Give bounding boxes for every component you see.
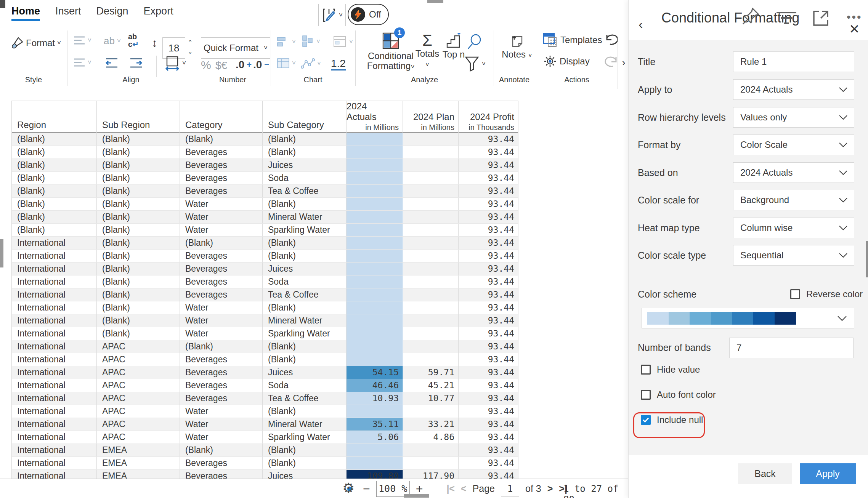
table-cell[interactable]: (Blank) [12, 172, 97, 184]
increase-decimal-button[interactable]: .0+ [236, 59, 252, 71]
live-mode-toggle[interactable]: Off [348, 4, 389, 25]
table-cell[interactable]: Mineral Water [263, 418, 347, 431]
table-cell[interactable]: Water [180, 198, 263, 210]
table-cell[interactable]: International [12, 288, 97, 301]
heatmap-cell[interactable] [347, 301, 403, 314]
hide-value-checkbox-row[interactable]: Hide value [641, 364, 700, 375]
table-cell[interactable]: 93.44 [459, 418, 518, 431]
table-cell[interactable]: Beverages [180, 185, 263, 197]
heatmap-cell[interactable] [347, 185, 403, 197]
heatmap-cell[interactable] [347, 146, 403, 159]
table-cell[interactable]: International [12, 237, 97, 249]
title-input[interactable]: Rule 1 [733, 51, 854, 72]
table-cell[interactable]: Sparkling Water [263, 224, 347, 236]
table-cell[interactable]: 93.44 [459, 146, 518, 159]
table-cell[interactable]: 93.44 [459, 392, 518, 405]
table-cell[interactable] [403, 353, 459, 366]
include-null-checkbox-row[interactable]: Include null [641, 415, 703, 425]
heatmap-cell[interactable] [347, 211, 403, 223]
table-cell[interactable]: Beverages [180, 379, 263, 392]
table-cell[interactable] [403, 314, 459, 327]
heatmap-cell[interactable]: 35.11 [347, 418, 403, 431]
table-cell[interactable] [403, 159, 459, 171]
apply-button[interactable]: Apply [800, 463, 856, 484]
color-scale-for-dropdown[interactable]: Background [733, 190, 854, 210]
filter-sort-icon[interactable] [776, 11, 797, 26]
undo-button[interactable] [603, 32, 619, 46]
table-cell[interactable]: (Blank) [263, 146, 347, 159]
table-cell[interactable]: (Blank) [263, 405, 347, 418]
table-cell[interactable]: International [12, 353, 97, 366]
column-header[interactable]: Sub Region [97, 101, 180, 135]
horizontal-scrollbar-thumb[interactable] [404, 494, 429, 498]
table-cell[interactable]: 93.44 [459, 224, 518, 236]
heatmap-cell[interactable]: 10.93 [347, 392, 403, 405]
table-cell[interactable]: International [12, 392, 97, 405]
table-cell[interactable]: (Blank) [263, 198, 347, 210]
table-cell[interactable]: Water [180, 211, 263, 223]
increase-indent-button[interactable] [130, 57, 143, 69]
table-cell[interactable]: (Blank) [97, 146, 180, 159]
table-cell[interactable] [403, 340, 459, 353]
heatmap-cell[interactable] [347, 198, 403, 210]
heatmap-cell[interactable]: 54.15 [347, 366, 403, 379]
table-cell[interactable]: International [12, 314, 97, 327]
table-cell[interactable]: International [12, 327, 97, 340]
table-cell[interactable]: 93.44 [459, 185, 518, 197]
format-by-dropdown[interactable]: Color Scale [733, 135, 854, 155]
table-cell[interactable]: 93.44 [459, 263, 518, 275]
table-cell[interactable]: 93.44 [459, 301, 518, 314]
table-cell[interactable]: (Blank) [263, 353, 347, 366]
table-cell[interactable]: Water [180, 327, 263, 340]
table-cell[interactable] [403, 288, 459, 301]
table-cell[interactable]: Tea & Coffee [263, 185, 347, 197]
table-cell[interactable]: (Blank) [97, 159, 180, 171]
number-of-bands-input[interactable]: 7 [729, 338, 854, 358]
table-cell[interactable]: (Blank) [263, 133, 347, 146]
table-cell[interactable] [403, 301, 459, 314]
table-cell[interactable]: (Blank) [180, 133, 263, 146]
text-wrap-button[interactable]: ab ˅ [104, 35, 121, 47]
table-cell[interactable]: International [12, 379, 97, 392]
heatmap-cell[interactable] [347, 444, 403, 456]
valign-button[interactable]: ˅ [73, 57, 91, 68]
heatmap-cell[interactable] [347, 288, 403, 301]
table-cell[interactable]: 93.44 [459, 288, 518, 301]
table-cell[interactable]: Water [180, 405, 263, 418]
next-page-button[interactable]: > [547, 483, 553, 494]
table-cell[interactable]: Beverages [180, 392, 263, 405]
decrease-decimal-button[interactable]: .0− [253, 59, 269, 71]
table-cell[interactable] [403, 327, 459, 340]
auto-font-color-checkbox-row[interactable]: Auto font color [641, 389, 716, 400]
display-button[interactable]: Display [543, 54, 590, 69]
table-cell[interactable]: APAC [97, 392, 180, 405]
table-cell[interactable]: (Blank) [97, 237, 180, 249]
table-cell[interactable] [403, 263, 459, 275]
table-cell[interactable]: (Blank) [97, 185, 180, 197]
table-cell[interactable] [403, 133, 459, 146]
heatmap-cell[interactable] [347, 263, 403, 275]
page-number-input[interactable]: 1 [501, 481, 519, 497]
table-cell[interactable]: (Blank) [97, 327, 180, 340]
table-cell[interactable] [403, 211, 459, 223]
table-cell[interactable]: APAC [97, 366, 180, 379]
table-cell[interactable]: Water [180, 301, 263, 314]
column-header[interactable]: 2024 Actualsin Millions [347, 101, 403, 135]
conditional-formatting-button[interactable]: 1 Conditional Formatting˅ [366, 32, 416, 72]
tab-export[interactable]: Export [144, 5, 173, 21]
table-cell[interactable]: International [12, 431, 97, 444]
table-cell[interactable]: 93.44 [459, 431, 518, 444]
table-cell[interactable]: 93.44 [459, 405, 518, 418]
table-cell[interactable]: 59.71 [403, 366, 459, 379]
table-cell[interactable]: 93.44 [459, 444, 518, 456]
table-cell[interactable]: Beverages [180, 366, 263, 379]
table-cell[interactable]: APAC [97, 405, 180, 418]
column-header[interactable]: Category [180, 101, 263, 135]
table-cell[interactable]: (Blank) [180, 340, 263, 353]
table-cell[interactable]: APAC [97, 418, 180, 431]
table-cell[interactable]: Tea & Coffee [263, 392, 347, 405]
table-cell[interactable]: (Blank) [12, 224, 97, 236]
table-cell[interactable]: APAC [97, 431, 180, 444]
table-cell[interactable]: 93.44 [459, 275, 518, 288]
table-cell[interactable]: International [12, 250, 97, 262]
